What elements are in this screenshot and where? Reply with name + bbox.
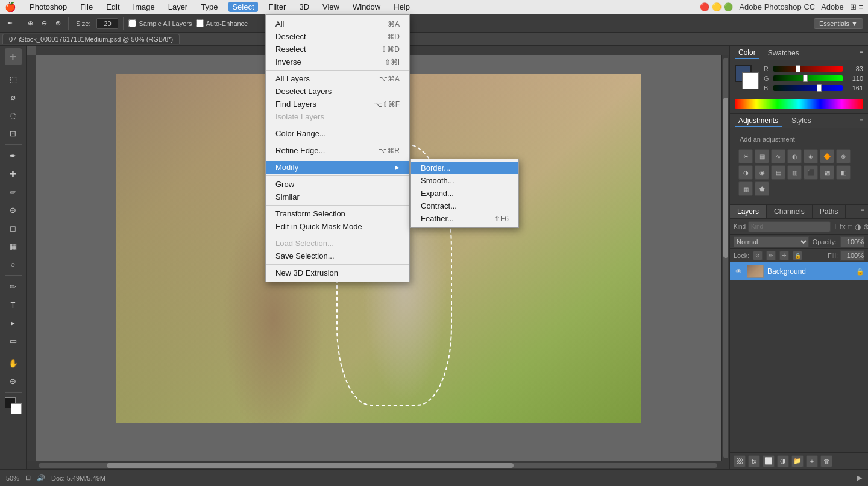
lock-all-btn[interactable]: 🔒 <box>793 251 802 260</box>
marquee-tool[interactable]: ⬚ <box>5 71 22 87</box>
adj-panel-menu-icon[interactable]: ≡ <box>860 118 863 124</box>
b-thumb[interactable] <box>817 84 822 92</box>
adjustments-tab[interactable]: Adjustments <box>735 115 782 127</box>
zoom-tool[interactable]: ⊕ <box>5 373 22 390</box>
gradient-map-icon[interactable]: ▦ <box>738 181 753 196</box>
lock-position-btn[interactable]: ✛ <box>779 251 789 260</box>
document-tab[interactable]: 07-iStock_000017617181Medium.psd @ 50% (… <box>2 34 180 44</box>
menu-refine-edge[interactable]: Refine Edge... ⌥⌘R <box>266 144 409 157</box>
scrollbar-v-track[interactable] <box>723 58 728 458</box>
intersect-mode-btn[interactable]: ⊗ <box>53 18 63 28</box>
tab-layers[interactable]: Layers <box>730 205 767 218</box>
invert-icon[interactable]: ⬛ <box>804 165 818 180</box>
g-thumb[interactable] <box>803 75 808 82</box>
brush-tool[interactable]: ✏ <box>5 183 22 200</box>
dodge-tool[interactable]: ○ <box>5 256 22 273</box>
color-tab[interactable]: Color <box>735 47 760 59</box>
eraser-tool[interactable]: ◻ <box>5 219 22 236</box>
menu-modify[interactable]: Modify ▶ <box>266 161 409 174</box>
color-panel-header[interactable]: Color Swatches ≡ <box>730 46 868 60</box>
swatches-tab[interactable]: Swatches <box>764 48 803 58</box>
color-lookup-icon[interactable]: ▥ <box>787 165 802 180</box>
add-mode-btn[interactable]: ⊕ <box>25 18 36 28</box>
menu-image[interactable]: Image <box>131 2 157 11</box>
levels-icon[interactable]: ▦ <box>755 149 769 163</box>
opacity-input[interactable] <box>840 236 864 247</box>
tab-channels[interactable]: Channels <box>767 205 813 218</box>
menu-3d[interactable]: 3D <box>297 2 312 11</box>
menu-deselect-layers[interactable]: Deselect Layers <box>266 85 409 98</box>
smart-obj-icon[interactable]: ⊕ <box>863 222 868 231</box>
info-icon[interactable]: 🔊 <box>37 474 45 482</box>
menu-window[interactable]: Window <box>350 2 383 11</box>
healing-tool[interactable]: ✚ <box>5 165 22 182</box>
menu-layer[interactable]: Layer <box>166 2 190 11</box>
background-color-preview[interactable] <box>742 72 759 89</box>
channel-mixer-icon[interactable]: ▤ <box>771 165 785 180</box>
add-adjustment-layer-btn[interactable]: ◑ <box>777 455 789 467</box>
tab-paths[interactable]: Paths <box>813 205 846 218</box>
menu-reselect[interactable]: Reselect ⇧⌘D <box>266 43 409 55</box>
exposure-icon[interactable]: ◐ <box>787 149 802 163</box>
fill-input[interactable] <box>840 250 864 261</box>
lasso-tool[interactable]: ⌀ <box>5 89 22 106</box>
pixel-icon[interactable]: □ <box>848 222 852 231</box>
submenu-contract[interactable]: Contract... <box>411 200 518 212</box>
essentials-button[interactable]: Essentials ▼ <box>814 18 863 29</box>
scrollbar-h-track[interactable] <box>39 463 717 468</box>
new-layer-btn[interactable]: + <box>806 455 818 467</box>
scrollbar-h-thumb[interactable] <box>107 463 514 468</box>
menu-file[interactable]: File <box>78 2 95 11</box>
layers-search[interactable] <box>748 221 831 232</box>
brightness-contrast-icon[interactable]: ☀ <box>738 149 753 163</box>
menu-type[interactable]: Type <box>198 2 220 11</box>
menu-color-range[interactable]: Color Range... <box>266 127 409 140</box>
menu-select[interactable]: Select <box>228 2 257 12</box>
menu-save-selection[interactable]: Save Selection... <box>266 250 409 262</box>
hand-tool[interactable]: ✋ <box>5 355 22 371</box>
menu-new-3d[interactable]: New 3D Extrusion <box>266 267 409 279</box>
styles-tab[interactable]: Styles <box>788 115 815 127</box>
fx-icon[interactable]: fx <box>840 222 845 231</box>
menu-photoshop[interactable]: Photoshop <box>27 2 69 11</box>
submenu-feather[interactable]: Feather... ⇧F6 <box>411 212 518 225</box>
menu-help[interactable]: Help <box>391 2 412 11</box>
auto-enhance-checkbox[interactable] <box>196 19 204 27</box>
pen-tool[interactable]: ✏ <box>5 278 22 295</box>
eyedropper-tool[interactable]: ✒ <box>5 147 22 164</box>
color-picker[interactable] <box>5 397 22 414</box>
b-slider[interactable] <box>773 85 843 91</box>
adj-layer-icon[interactable]: ◑ <box>855 222 861 231</box>
shape-tool[interactable]: ▭ <box>5 332 22 349</box>
hue-saturation-icon[interactable]: 🔶 <box>820 149 834 163</box>
menu-find-layers[interactable]: Find Layers ⌥⇧⌘F <box>266 98 409 110</box>
black-white-icon[interactable]: ◑ <box>738 165 753 180</box>
menu-isolate-layers[interactable]: Isolate Layers <box>266 110 409 123</box>
menu-view[interactable]: View <box>320 2 342 11</box>
menu-all-layers[interactable]: All Layers ⌥⌘A <box>266 72 409 85</box>
menu-edit-quick-mask[interactable]: Edit in Quick Mask Mode <box>266 220 409 233</box>
scrollbar-v-thumb[interactable] <box>723 98 728 258</box>
path-select-tool[interactable]: ▸ <box>5 314 22 331</box>
play-button[interactable]: ▶ <box>857 474 862 482</box>
lock-image-btn[interactable]: ✏ <box>766 251 776 260</box>
menu-all[interactable]: All ⌘A <box>266 17 409 30</box>
menu-grow[interactable]: Grow <box>266 178 409 191</box>
delete-layer-btn[interactable]: 🗑 <box>820 455 832 467</box>
vibrance-icon[interactable]: ◈ <box>804 149 818 163</box>
layer-visibility-icon[interactable]: 👁 <box>734 267 743 276</box>
layer-row-background[interactable]: 👁 Background 🔒 <box>730 262 868 280</box>
r-slider[interactable] <box>773 66 843 72</box>
scrollbar-horizontal[interactable] <box>27 461 729 469</box>
layer-fx-btn[interactable]: fx <box>748 455 760 467</box>
new-group-btn[interactable]: 📁 <box>791 455 804 467</box>
scrollbar-vertical[interactable] <box>721 55 729 461</box>
quick-select-tool[interactable]: ◌ <box>5 107 22 124</box>
r-thumb[interactable] <box>796 65 800 72</box>
submenu-smooth[interactable]: Smooth... <box>411 174 518 187</box>
selective-color-icon[interactable]: ⬟ <box>755 181 769 196</box>
g-slider[interactable] <box>773 75 843 81</box>
menu-similar[interactable]: Similar <box>266 191 409 203</box>
submenu-border[interactable]: Border... <box>411 162 518 174</box>
submenu-expand[interactable]: Expand... <box>411 187 518 200</box>
